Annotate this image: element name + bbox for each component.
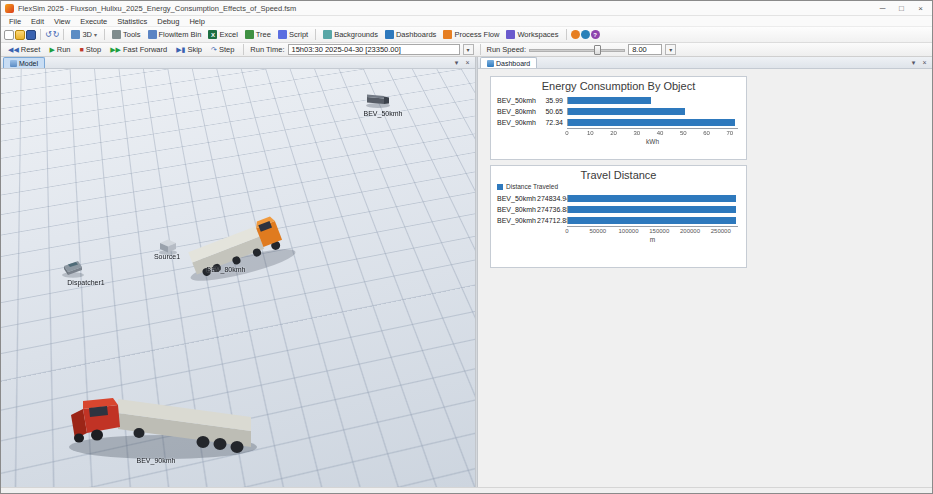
legend-swatch <box>497 184 503 190</box>
bar-row: BEV_90kmh274712.88 <box>497 215 738 226</box>
process-flow-icon <box>443 30 452 39</box>
legend-label: Distance Traveled <box>506 183 558 190</box>
backgrounds-icon <box>323 30 332 39</box>
axis-tick-label: 100000 <box>618 228 638 234</box>
run-button[interactable]: ▶ Run <box>46 44 73 56</box>
model-pane-menu-dropdown[interactable]: ▾ <box>451 58 462 68</box>
object-label-dispatcher1: Dispatcher1 <box>51 279 121 286</box>
menu-view[interactable]: View <box>49 16 75 26</box>
toolbar-separator <box>40 29 41 40</box>
menu-help[interactable]: Help <box>184 16 209 26</box>
dashboards-button[interactable]: Dashboards <box>382 28 439 42</box>
new-3d-view-button[interactable]: 3D ▾ <box>68 28 100 42</box>
axis-tick-label: 10 <box>587 130 594 136</box>
script-button[interactable]: Script <box>275 28 311 42</box>
model-pane-close-button[interactable]: × <box>462 58 473 68</box>
minimize-button[interactable]: ─ <box>873 2 892 15</box>
chart-title: Energy Consumption By Object <box>491 77 746 94</box>
dashboard-tab-icon <box>487 60 494 67</box>
model-object-bev-80kmh[interactable] <box>183 199 308 289</box>
stop-icon: ■ <box>80 44 84 56</box>
axis-tick-label: 50000 <box>589 228 606 234</box>
tools-icon <box>112 30 121 39</box>
skip-button[interactable]: ▶▮ Skip <box>173 44 205 56</box>
workspaces-button[interactable]: Workspaces <box>503 28 561 42</box>
gear-icon[interactable] <box>571 30 580 39</box>
undo-icon[interactable]: ↺ <box>45 30 52 40</box>
menu-statistics[interactable]: Statistics <box>112 16 152 26</box>
redo-icon[interactable]: ↻ <box>53 30 60 40</box>
3d-view-icon <box>71 30 80 39</box>
fast-forward-button[interactable]: ▶▶ Fast Forward <box>107 44 170 56</box>
object-label-bev-50kmh: BEV_50kmh <box>353 110 413 117</box>
close-button[interactable]: × <box>911 2 930 15</box>
dashboard-body[interactable]: Energy Consumption By Object BEV_50kmh35… <box>478 69 932 487</box>
chart-energy-consumption: Energy Consumption By Object BEV_50kmh35… <box>490 76 747 160</box>
menu-execute[interactable]: Execute <box>75 16 112 26</box>
object-label-bev-90kmh: BEV_90kmh <box>111 457 201 464</box>
step-button[interactable]: ↷ Step <box>208 44 237 56</box>
globe-icon[interactable] <box>581 30 590 39</box>
open-model-icon[interactable] <box>15 30 25 40</box>
category-label: BEV_50kmh <box>497 195 537 202</box>
title-bar[interactable]: FlexSim 2025 - Fluxson_Hulixu_2025_Energ… <box>1 1 932 16</box>
chart-travel-distance: Travel Distance Distance Traveled BEV_50… <box>490 165 747 268</box>
chart-x-axis: 050000100000150000200000250000 <box>567 226 738 235</box>
dashboard-pane-menu-dropdown[interactable]: ▾ <box>908 58 919 68</box>
model-object-dispatcher1[interactable] <box>59 255 87 281</box>
toolbar-separator <box>104 29 105 40</box>
model-object-bev-90kmh[interactable] <box>63 375 263 467</box>
bar <box>568 195 736 202</box>
stop-button[interactable]: ■ Stop <box>77 44 105 56</box>
status-bar <box>1 487 932 494</box>
value-label: 72.34 <box>537 119 567 126</box>
axis-tick-label: 0 <box>565 228 568 234</box>
category-label: BEV_90kmh <box>497 217 537 224</box>
axis-tick-label: 250000 <box>711 228 731 234</box>
model-object-bev-50kmh[interactable] <box>363 91 393 111</box>
bar-row: BEV_80kmh50.65 <box>497 106 738 117</box>
help-icon[interactable]: ? <box>591 30 600 39</box>
run-toolbar: ◀◀ Reset ▶ Run ■ Stop ▶▶ Fast Forward ▶▮… <box>1 43 932 57</box>
chart-title: Travel Distance <box>491 166 746 183</box>
run-speed-value[interactable]: 8.00 <box>628 44 662 55</box>
flowitem-bin-icon <box>148 30 157 39</box>
toolbar-separator <box>243 44 244 55</box>
menu-debug[interactable]: Debug <box>152 16 184 26</box>
run-time-dropdown[interactable]: ▾ <box>463 44 474 55</box>
category-label: BEV_80kmh <box>497 206 537 213</box>
flexsim-logo-icon <box>5 4 14 13</box>
run-speed-label: Run Speed: <box>487 45 527 54</box>
flowitem-bin-button[interactable]: Flowitem Bin <box>145 28 205 42</box>
tab-model[interactable]: Model <box>3 57 45 68</box>
tools-button[interactable]: Tools <box>109 28 144 42</box>
tab-dashboard[interactable]: Dashboard <box>480 57 537 68</box>
reset-button[interactable]: ◀◀ Reset <box>5 44 43 56</box>
dashboard-pane: Dashboard ▾ × Energy Consumption By Obje… <box>478 57 932 487</box>
run-speed-slider[interactable] <box>529 44 625 56</box>
maximize-button[interactable]: □ <box>892 2 911 15</box>
menu-file[interactable]: File <box>4 16 26 26</box>
slider-handle[interactable] <box>594 45 601 55</box>
dashboard-pane-close-button[interactable]: × <box>919 58 930 68</box>
play-icon: ▶ <box>49 44 54 56</box>
bar-row: BEV_50kmh274834.94 <box>497 193 738 204</box>
axis-unit-label: kWh <box>559 137 746 145</box>
new-model-icon[interactable] <box>4 30 14 40</box>
backgrounds-button[interactable]: Backgrounds <box>320 28 381 42</box>
save-model-icon[interactable] <box>26 30 36 40</box>
axis-tick-label: 0 <box>565 130 568 136</box>
bar-plot <box>567 108 738 115</box>
menu-edit[interactable]: Edit <box>26 16 49 26</box>
run-speed-dropdown[interactable]: ▾ <box>665 44 676 55</box>
bev-80kmh-truck-graphic <box>183 199 308 287</box>
tree-button[interactable]: Tree <box>242 28 274 42</box>
model-3d-viewport[interactable]: BEV_50kmh <box>1 69 475 487</box>
bar-plot <box>567 97 738 104</box>
axis-tick-label: 30 <box>633 130 640 136</box>
process-flow-button[interactable]: Process Flow <box>440 28 502 42</box>
bar <box>568 97 651 104</box>
model-tabstrip: Model ▾ × <box>1 57 475 69</box>
run-time-field[interactable]: 15h03:30 2025-04-30 [23350.00] <box>288 44 460 55</box>
excel-button[interactable]: X Excel <box>205 28 240 42</box>
